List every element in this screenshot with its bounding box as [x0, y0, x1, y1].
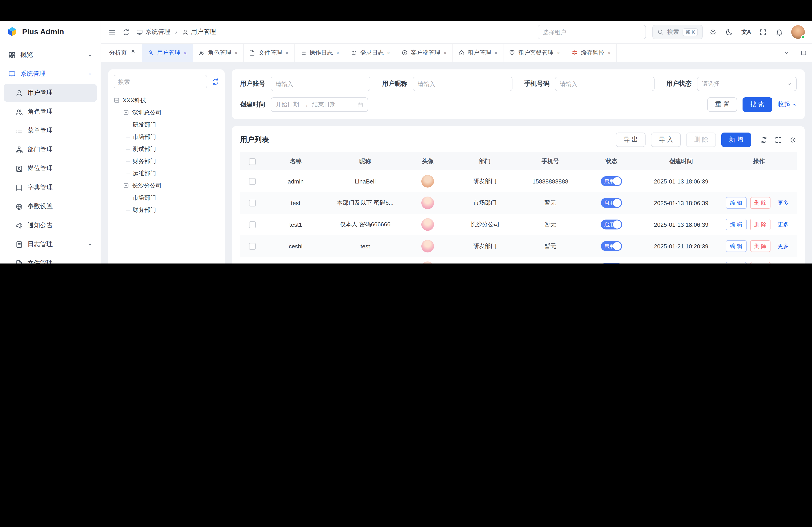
row-checkbox[interactable]: [249, 178, 256, 185]
delete-row-button[interactable]: 删 除: [750, 262, 770, 264]
close-icon[interactable]: ×: [444, 49, 447, 56]
global-search-button[interactable]: 搜索 ⌘ K: [652, 25, 702, 39]
delete-row-button[interactable]: 删 除: [750, 219, 770, 230]
sidebar-item-user-management[interactable]: 用户管理: [4, 84, 97, 102]
edit-button[interactable]: 编 辑: [726, 262, 746, 264]
breadcrumb-item-user[interactable]: 用户管理: [182, 28, 216, 36]
sidebar-item-system-management[interactable]: 系统管理: [4, 65, 97, 83]
refresh-icon[interactable]: [122, 28, 130, 36]
more-button[interactable]: 更多: [774, 262, 792, 264]
date-range-picker[interactable]: 开始日期 → 结束日期: [271, 97, 368, 112]
user-avatar[interactable]: [791, 25, 805, 39]
tree-leaf-dept[interactable]: 财务部门: [126, 204, 219, 216]
user-account-field[interactable]: [271, 77, 371, 91]
tree-node-changsha-branch[interactable]: 长沙分公司: [123, 179, 219, 192]
more-button[interactable]: 更多: [774, 219, 792, 230]
sidebar-item-post-management[interactable]: 岗位管理: [4, 160, 97, 178]
user-account-input[interactable]: [276, 80, 365, 87]
user-nickname-field[interactable]: [413, 77, 512, 91]
fullscreen-icon[interactable]: [774, 136, 782, 144]
sidebar-item-param-settings[interactable]: 参数设置: [4, 197, 97, 215]
gear-icon[interactable]: [709, 28, 716, 36]
tab-operation-log[interactable]: 操作日志 ×: [294, 44, 345, 62]
tab-login-log[interactable]: 登录日志 ×: [345, 44, 396, 62]
tree-leaf-dept[interactable]: 运维部门: [126, 167, 219, 179]
tree-leaf-dept[interactable]: 研发部门: [126, 119, 219, 131]
reset-button[interactable]: 重 置: [707, 97, 737, 112]
sidebar-item-dept-management[interactable]: 部门管理: [4, 141, 97, 159]
tree-node-shenzhen-hq[interactable]: 深圳总公司: [123, 106, 219, 119]
export-button[interactable]: 导 出: [616, 133, 646, 147]
tab-layout-button[interactable]: [795, 44, 812, 62]
tab-file-management[interactable]: 文件管理 ×: [244, 44, 294, 62]
phone-input[interactable]: [560, 80, 650, 87]
tab-dropdown-button[interactable]: [778, 44, 795, 62]
tree-leaf-dept[interactable]: 测试部门: [126, 143, 219, 155]
edit-button[interactable]: 编 辑: [726, 240, 746, 252]
tab-analysis[interactable]: 分析页: [104, 44, 142, 62]
sidebar-item-notice[interactable]: 通知公告: [4, 216, 97, 235]
select-all-checkbox[interactable]: [249, 158, 256, 165]
status-toggle[interactable]: 启用: [601, 220, 622, 229]
close-icon[interactable]: ×: [336, 49, 339, 56]
pin-icon[interactable]: [130, 49, 136, 56]
delete-row-button[interactable]: 删 除: [750, 197, 770, 209]
close-icon[interactable]: ×: [557, 49, 560, 56]
tree-leaf-dept[interactable]: 市场部门: [126, 131, 219, 143]
tenant-input[interactable]: [543, 29, 641, 35]
sidebar-item-menu-management[interactable]: 菜单管理: [4, 122, 97, 140]
collapse-node-icon[interactable]: [123, 109, 129, 116]
user-nickname-input[interactable]: [418, 80, 508, 87]
collapse-filters-link[interactable]: 收起: [778, 101, 797, 109]
search-button[interactable]: 搜 索: [742, 97, 772, 112]
tree-search-box[interactable]: [114, 75, 207, 88]
tab-client-management[interactable]: 客户端管理 ×: [396, 44, 453, 62]
refresh-icon[interactable]: [760, 136, 768, 144]
delete-button[interactable]: 删 除: [686, 133, 716, 147]
status-toggle[interactable]: 启用: [601, 198, 622, 208]
sync-icon[interactable]: [212, 78, 219, 86]
close-icon[interactable]: ×: [184, 49, 187, 56]
more-button[interactable]: 更多: [774, 240, 792, 252]
delete-row-button[interactable]: 删 除: [750, 240, 770, 252]
language-icon[interactable]: 文A: [741, 28, 751, 36]
collapse-node-icon[interactable]: [123, 183, 129, 189]
user-status-select[interactable]: 请选择: [697, 77, 797, 91]
tab-user-management[interactable]: 用户管理 ×: [142, 44, 193, 62]
sidebar-item-dict-management[interactable]: 字典管理: [4, 179, 97, 197]
status-toggle[interactable]: 启用: [601, 263, 622, 264]
close-icon[interactable]: ×: [285, 49, 289, 56]
tenant-select[interactable]: [538, 25, 646, 39]
tree-search-input[interactable]: [118, 78, 203, 85]
close-icon[interactable]: ×: [494, 49, 497, 56]
status-toggle[interactable]: 启用: [601, 241, 622, 251]
row-checkbox[interactable]: [249, 243, 256, 250]
add-button[interactable]: 新 增: [721, 133, 751, 147]
breadcrumb-item-system[interactable]: 系统管理: [136, 28, 171, 36]
sidebar-item-role-management[interactable]: 角色管理: [4, 103, 97, 121]
import-button[interactable]: 导 入: [651, 133, 681, 147]
more-button[interactable]: 更多: [774, 197, 792, 209]
tab-role-management[interactable]: 角色管理 ×: [193, 44, 244, 62]
sidebar-item-log-management[interactable]: 日志管理: [4, 235, 97, 253]
moon-icon[interactable]: [725, 28, 733, 36]
tree-leaf-dept[interactable]: 财务部门: [126, 155, 219, 167]
close-icon[interactable]: ×: [387, 49, 390, 56]
brand-logo[interactable]: Plus Admin: [0, 21, 101, 43]
sidebar-item-file-management[interactable]: 文件管理: [4, 254, 97, 264]
gear-icon[interactable]: [789, 136, 797, 144]
edit-button[interactable]: 编 辑: [726, 197, 746, 209]
close-icon[interactable]: ×: [608, 49, 611, 56]
sidebar-item-overview[interactable]: 概览: [4, 46, 97, 64]
hamburger-menu-icon[interactable]: [108, 28, 116, 36]
edit-button[interactable]: 编 辑: [726, 219, 746, 230]
fullscreen-icon[interactable]: [759, 28, 767, 36]
tab-tenant-management[interactable]: 租户管理 ×: [453, 44, 504, 62]
tab-tenant-package-management[interactable]: 租户套餐管理 ×: [504, 44, 566, 62]
row-checkbox[interactable]: [249, 221, 256, 228]
tree-leaf-dept[interactable]: 市场部门: [126, 192, 219, 204]
phone-field[interactable]: [555, 77, 655, 91]
tab-cache-monitor[interactable]: 缓存监控 ×: [566, 44, 617, 62]
close-icon[interactable]: ×: [234, 49, 238, 56]
tree-node-root[interactable]: XXX科技: [114, 94, 219, 106]
